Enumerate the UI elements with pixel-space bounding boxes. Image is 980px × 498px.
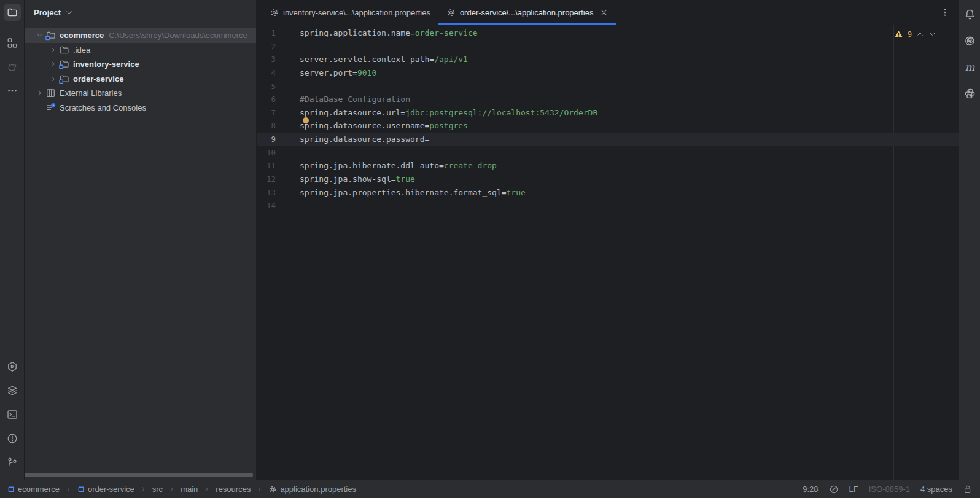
close-icon[interactable] [599,8,609,17]
tab-order-service-application-properties[interactable]: order-service\...\application.properties [438,0,617,25]
code-segment-val: jdbc:postgresql://localhost:5432/OrderDB [405,108,597,117]
code-line-12[interactable]: 12spring.jpa.show-sql=true [257,173,959,186]
code-segment-key: spring.jpa.show-sql= [300,174,396,184]
tree-item-label: External Libraries [60,88,122,98]
line-number: 5 [257,80,276,93]
code-line-6[interactable]: 6#DataBase Configuration [257,93,959,106]
chevron-down-icon[interactable] [928,30,936,38]
chevron-down-icon[interactable] [33,29,45,42]
project-panel-header[interactable]: Project [25,0,256,25]
tool-button-version-control[interactable] [4,454,21,471]
module-icon [7,486,15,493]
breadcrumb-order-service[interactable]: order-service [77,484,134,494]
tree-item-label: ecommerce [60,31,104,40]
more-icon [7,85,18,96]
code-segment-key: spring.datasource.password= [300,134,429,144]
editor[interactable]: 1spring.application.name=order-service23… [257,25,959,480]
chevron-right-icon[interactable] [33,87,45,99]
line-number: 2 [257,40,276,53]
breadcrumb-application-properties[interactable]: application.properties [268,484,356,494]
line-number: 4 [257,66,276,80]
indent-style[interactable]: 4 spaces [920,484,952,494]
file-encoding[interactable]: ISO-8859-1 [869,484,910,494]
warning-count[interactable]: 9 [908,30,912,39]
code-segment-val: true [507,188,526,197]
intention-bulb-icon[interactable] [301,117,310,126]
code-segment-val: postgres [429,121,468,130]
unlock-icon[interactable] [963,484,973,494]
breadcrumb-separator [140,486,147,492]
tree-item-order-service[interactable]: order-service [25,72,256,87]
breadcrumb-resources[interactable]: resources [216,484,251,494]
tool-button-structure[interactable] [4,34,21,52]
tool-button-problems[interactable] [4,430,21,447]
tool-button-python[interactable] [962,86,977,101]
tool-button-project[interactable] [4,4,21,21]
code-line-7[interactable]: 7spring.datasource.url=jdbc:postgresql:/… [257,106,959,120]
breadcrumb-label: ecommerce [18,484,60,494]
chevron-down-icon[interactable] [65,9,73,17]
tree-item-external-libraries[interactable]: External Libraries [25,86,256,101]
tool-button-terminal[interactable] [4,406,21,423]
module-folder-icon [45,30,56,41]
tree-item-scratches-and-consoles[interactable]: Scratches and Consoles [25,101,256,115]
problems-icon [7,433,18,444]
tree-item-label: order-service [73,74,123,84]
code-line-5[interactable]: 5 [257,80,959,93]
code-segment-key: server.servlet.context-path= [300,55,434,64]
tool-button-spring[interactable] [962,33,977,48]
code-line-10[interactable]: 10 [257,146,959,160]
code-line-1[interactable]: 1spring.application.name=order-service [257,26,959,40]
editor-tab-bar: inventory-service\...\application.proper… [257,0,959,25]
chevron-up-icon[interactable] [916,30,924,38]
code-segment-key: server.port= [300,68,357,77]
tool-button-maven[interactable]: m [962,60,977,74]
code-line-8[interactable]: 8spring.datasource.username=postgres [257,119,959,133]
code-segment-key: spring.jpa.hibernate.ddl-auto= [300,161,444,170]
spring-coil-icon [964,35,976,47]
pen-slash-icon[interactable] [829,484,839,494]
breadcrumb-src[interactable]: src [152,484,163,494]
code-line-4[interactable]: 4server.port=9010 [257,66,959,80]
tab-inventory-service-application-properties[interactable]: inventory-service\...\application.proper… [262,0,438,25]
tool-button-more-tool-windows[interactable] [4,82,21,99]
panel-title: Project [34,8,61,17]
code-segment-key: spring.datasource.url= [300,108,405,117]
chevron-right-icon[interactable] [47,72,59,85]
horizontal-scrollbar[interactable] [25,473,253,477]
terminal-icon [7,409,18,420]
tree-item-ecommerce[interactable]: ecommerceC:\Users\shrey\Downloads\ecomme… [25,28,256,43]
line-separator[interactable]: LF [849,484,858,494]
chevron-right-icon[interactable] [47,44,59,56]
chevron-right-icon [50,61,56,68]
chevron-right-icon[interactable] [47,58,59,71]
chevron-right-icon [36,90,43,96]
caret-position[interactable]: 9:28 [803,484,818,494]
status-bar: ecommerceorder-servicesrcmainresourcesap… [0,480,980,498]
tree-item-idea[interactable]: .idea [25,43,256,58]
tool-button-ai-assistant[interactable] [4,58,21,76]
breadcrumb-ecommerce[interactable]: ecommerce [7,484,60,494]
code-line-3[interactable]: 3server.servlet.context-path=/api/v1 [257,53,959,66]
code-segment-key: spring.application.name= [300,28,415,37]
code-line-13[interactable]: 13spring.jpa.properties.hibernate.format… [257,186,959,200]
tree-item-inventory-service[interactable]: inventory-service [25,57,256,72]
code-line-11[interactable]: 11spring.jpa.hibernate.ddl-auto=create-d… [257,159,959,173]
tool-button-notifications[interactable] [962,7,977,21]
code-segment-val: order-service [415,28,478,37]
code-segment-key: spring.datasource.username= [300,121,429,130]
maven-m-icon: m [964,61,976,73]
line-number: 9 [257,133,276,146]
layers-icon [7,385,18,396]
line-number: 14 [257,199,276,212]
code-lines[interactable]: 1spring.application.name=order-service23… [257,25,959,212]
breadcrumb-main[interactable]: main [181,484,198,494]
code-line-14[interactable]: 14 [257,199,959,212]
code-line-9[interactable]: 9spring.datasource.password= [257,133,959,146]
breadcrumb: ecommerceorder-servicesrcmainresourcesap… [7,484,356,494]
tool-button-build[interactable] [4,382,21,399]
tool-button-services[interactable] [4,358,21,375]
code-line-2[interactable]: 2 [257,40,959,53]
module-folder-icon [59,74,69,84]
tab-options-menu[interactable] [940,0,950,25]
